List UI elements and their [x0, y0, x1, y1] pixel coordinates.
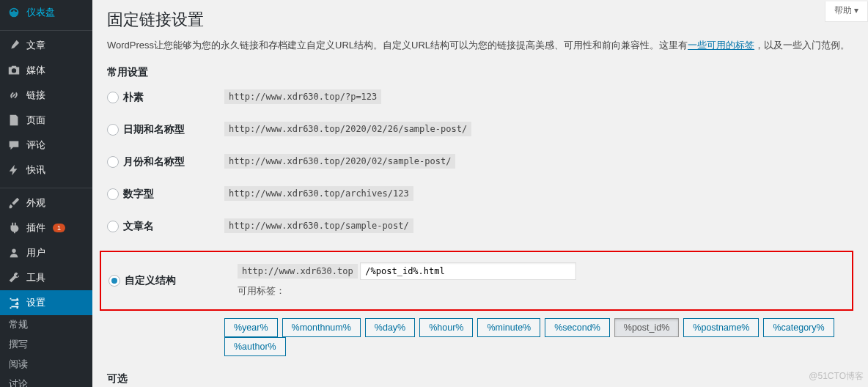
- option-label: 数字型: [123, 188, 154, 201]
- menu-label: 外观: [26, 196, 45, 210]
- radio-numeric[interactable]: [107, 188, 119, 200]
- update-badge: 1: [53, 224, 65, 232]
- pin-icon: [7, 39, 21, 52]
- option-example: http://www.xdr630.top/?p=123: [224, 89, 381, 104]
- option-plain: 朴素 http://www.xdr630.top/?p=123: [107, 89, 853, 104]
- submenu-discussion[interactable]: 讨论: [0, 375, 92, 387]
- menu-label: 插件: [26, 221, 45, 235]
- menu-media[interactable]: 媒体: [0, 58, 92, 83]
- option-month-name: 月份和名称型 http://www.xdr630.top/2020/02/sam…: [107, 154, 853, 169]
- main-content: 帮助 ▾ 固定链接设置 WordPress让您能够为您的永久链接和存档建立自定义…: [92, 0, 868, 387]
- gauge-icon: [7, 6, 21, 19]
- sliders-icon: [7, 296, 21, 309]
- menu-settings[interactable]: 设置: [0, 290, 92, 315]
- menu-tools[interactable]: 工具: [0, 265, 92, 290]
- page-description: WordPress让您能够为您的永久链接和存档建立自定义URL结构。自定义URL…: [107, 38, 853, 53]
- menu-label: 仪表盘: [26, 6, 55, 19]
- menu-pages[interactable]: 页面: [0, 108, 92, 133]
- menu-comments[interactable]: 评论: [0, 133, 92, 158]
- menu-label: 媒体: [26, 64, 45, 77]
- comment-icon: [7, 139, 21, 152]
- chevron-down-icon: ▾: [854, 5, 858, 15]
- submenu-writing[interactable]: 撰写: [0, 335, 92, 355]
- available-tags-link[interactable]: 一些可用的标签: [688, 40, 754, 51]
- menu-appearance[interactable]: 外观: [0, 191, 92, 215]
- tag-button[interactable]: %minute%: [477, 318, 540, 337]
- link-icon: [7, 89, 21, 102]
- available-tags-label: 可用标签：: [238, 284, 833, 298]
- page-icon: [7, 114, 21, 127]
- bolt-icon: [7, 163, 21, 177]
- tag-button[interactable]: %day%: [365, 318, 415, 337]
- menu-label: 用户: [26, 246, 45, 259]
- admin-sidebar: 仪表盘 文章 媒体 链接 页面 评论 快讯 外观 插件 1 用户 工具 设置 常…: [0, 0, 92, 387]
- radio-month-name[interactable]: [107, 156, 119, 168]
- menu-links[interactable]: 链接: [0, 83, 92, 108]
- submenu-reading[interactable]: 阅读: [0, 355, 92, 375]
- option-numeric: 数字型 http://www.xdr630.top/archives/123: [107, 186, 853, 201]
- tag-button[interactable]: %post_id%: [614, 318, 680, 337]
- available-tags: %year%%monthnum%%day%%hour%%minute%%seco…: [224, 318, 853, 356]
- option-label: 月份和名称型: [123, 155, 185, 169]
- radio-plain[interactable]: [107, 92, 119, 103]
- tag-button[interactable]: %monthnum%: [282, 318, 361, 337]
- plug-icon: [7, 221, 21, 235]
- radio-custom[interactable]: [108, 275, 120, 287]
- option-example: http://www.xdr630.top/sample-post/: [224, 218, 413, 233]
- tag-button[interactable]: %second%: [545, 318, 610, 337]
- custom-structure-input[interactable]: [360, 262, 576, 280]
- option-label: 自定义结构: [125, 274, 176, 287]
- custom-prefix: http://www.xdr630.top: [238, 264, 358, 279]
- option-label: 文章名: [123, 220, 154, 233]
- common-settings-heading: 常用设置: [107, 66, 853, 79]
- custom-structure-highlight: 自定义结构 http://www.xdr630.top 可用标签：: [100, 251, 853, 311]
- tag-button[interactable]: %author%: [224, 337, 286, 356]
- menu-plugins[interactable]: 插件 1: [0, 215, 92, 240]
- menu-label: 快讯: [26, 163, 45, 177]
- menu-label: 工具: [26, 271, 45, 284]
- menu-posts[interactable]: 文章: [0, 33, 92, 58]
- radio-date-name[interactable]: [107, 124, 119, 136]
- option-example: http://www.xdr630.top/archives/123: [224, 186, 413, 201]
- camera-icon: [7, 64, 21, 77]
- optional-heading: 可选: [107, 372, 853, 386]
- menu-news[interactable]: 快讯: [0, 158, 92, 183]
- submenu-general[interactable]: 常规: [0, 315, 92, 335]
- menu-label: 链接: [26, 89, 45, 102]
- tag-button[interactable]: %postname%: [683, 318, 759, 337]
- tag-button[interactable]: %year%: [224, 318, 278, 337]
- menu-users[interactable]: 用户: [0, 240, 92, 265]
- option-label: 朴素: [123, 91, 144, 104]
- user-icon: [7, 246, 21, 259]
- menu-label: 评论: [26, 139, 45, 152]
- option-post-name: 文章名 http://www.xdr630.top/sample-post/: [107, 218, 853, 233]
- watermark: @51CTO博客: [809, 370, 864, 383]
- tag-button[interactable]: %hour%: [419, 318, 473, 337]
- tag-button[interactable]: %category%: [763, 318, 834, 337]
- brush-icon: [7, 196, 21, 210]
- menu-label: 文章: [26, 39, 45, 52]
- option-example: http://www.xdr630.top/2020/02/sample-pos…: [224, 154, 455, 169]
- menu-dashboard[interactable]: 仪表盘: [0, 0, 92, 25]
- menu-label: 设置: [26, 296, 45, 309]
- radio-post-name[interactable]: [107, 221, 119, 232]
- wrench-icon: [7, 271, 21, 284]
- help-button[interactable]: 帮助 ▾: [825, 1, 868, 22]
- page-title: 固定链接设置: [107, 9, 853, 31]
- option-date-name: 日期和名称型 http://www.xdr630.top/2020/02/26/…: [107, 122, 853, 136]
- option-label: 日期和名称型: [123, 123, 185, 136]
- option-example: http://www.xdr630.top/2020/02/26/sample-…: [224, 122, 471, 136]
- menu-label: 页面: [26, 114, 45, 127]
